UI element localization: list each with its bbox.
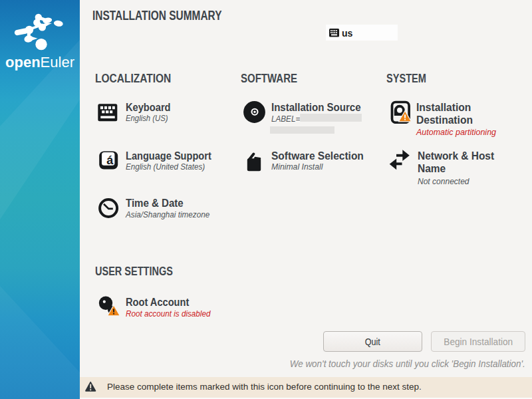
svg-text:á: á — [106, 154, 114, 167]
